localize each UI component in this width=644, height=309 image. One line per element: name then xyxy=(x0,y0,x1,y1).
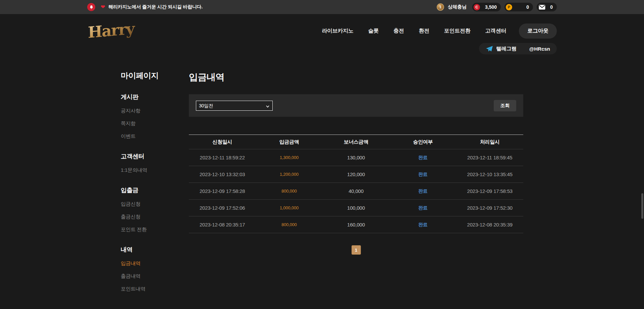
sidebar-item-withdraw-history[interactable]: 출금내역 xyxy=(121,273,189,279)
mail-indicator[interactable]: 0 xyxy=(537,3,557,11)
nav-slots[interactable]: 슬롯 xyxy=(368,28,379,35)
point-icon: P xyxy=(506,4,512,10)
section-title-support: 고객센터 xyxy=(121,152,189,160)
bonus-amount: 130,000 xyxy=(323,149,389,166)
request-date: 2023-12-08 20:35:17 xyxy=(189,216,256,233)
cash-amount: 3,500 xyxy=(483,4,497,10)
section-title-banking: 입출금 xyxy=(121,186,189,194)
telegram-contact[interactable]: 텔레그램 @HRcsn xyxy=(479,43,557,54)
main-nav: 라이브카지노 슬롯 충전 환전 포인트전환 고객센터 로그아웃 xyxy=(322,23,557,39)
status-link[interactable]: 완료 xyxy=(418,155,428,160)
sidebar-item-events[interactable]: 이벤트 xyxy=(121,133,189,140)
sidebar-item-inquiry-history[interactable]: 1:1문의내역 xyxy=(121,167,189,173)
bonus-amount: 120,000 xyxy=(323,166,389,183)
nav-live-casino[interactable]: 라이브카지노 xyxy=(322,28,353,35)
deposit-amount: 800,000 xyxy=(256,216,322,233)
bell-icon[interactable] xyxy=(87,3,95,11)
mail-count: 0 xyxy=(548,4,553,10)
point-amount: 0 xyxy=(515,4,529,10)
processed-date: 2023-12-08 20:35:39 xyxy=(457,216,523,233)
table-row: 2023-12-09 17:58:28 800,000 40,000 완료 20… xyxy=(189,183,523,200)
processed-date: 2023-12-11 18:59:45 xyxy=(457,149,523,166)
deposit-amount: 1,300,000 xyxy=(256,149,322,166)
top-notice-bar: ❤ 해리카지노에서 즐거운 시간 되시길 바랍니다. 1 상체충님 C 3,50… xyxy=(0,0,644,14)
telegram-handle: @HRcsn xyxy=(529,46,550,52)
table-row: 2023-12-10 13:32:03 1,200,000 120,000 완료… xyxy=(189,166,523,183)
logout-button[interactable]: 로그아웃 xyxy=(519,23,557,39)
nav-withdraw[interactable]: 환전 xyxy=(419,28,429,35)
table-row: 2023-12-11 18:59:22 1,300,000 130,000 완료… xyxy=(189,149,523,166)
table-row: 2023-12-08 20:35:17 800,000 160,000 완료 2… xyxy=(189,216,523,233)
table-row: 2023-12-09 17:52:06 1,000,000 100,000 완료… xyxy=(189,200,523,216)
sidebar-section-support: 고객센터 1:1문의내역 xyxy=(121,152,189,173)
table-header-row: 신청일시 입금금액 보너스금액 승인여부 처리일시 xyxy=(189,135,523,149)
section-title-board: 게시판 xyxy=(121,93,189,101)
site-header: Harry 라이브카지노 슬롯 충전 환전 포인트전환 고객센터 로그아웃 텔레… xyxy=(87,14,557,60)
sidebar-item-notices[interactable]: 공지사항 xyxy=(121,108,189,114)
telegram-label: 텔레그램 xyxy=(496,46,517,52)
sidebar-item-point-history[interactable]: 포인트내역 xyxy=(121,286,189,292)
section-title-history: 내역 xyxy=(121,246,189,254)
bonus-amount: 160,000 xyxy=(323,216,389,233)
col-header-bonus: 보너스금액 xyxy=(323,135,389,149)
request-date: 2023-12-09 17:52:06 xyxy=(189,200,256,216)
approval-status: 완료 xyxy=(389,183,456,200)
heart-icon: ❤ xyxy=(101,4,105,10)
sidebar-item-withdraw-request[interactable]: 출금신청 xyxy=(121,214,189,220)
sidebar-item-messages[interactable]: 쪽지함 xyxy=(121,120,189,127)
sidebar-section-board: 게시판 공지사항 쪽지함 이벤트 xyxy=(121,93,189,140)
vertical-scrollbar[interactable] xyxy=(641,193,643,219)
col-header-request-date: 신청일시 xyxy=(189,135,256,149)
processed-date: 2023-12-09 17:58:53 xyxy=(457,183,523,200)
page-button-1[interactable]: 1 xyxy=(352,245,361,255)
nav-deposit[interactable]: 충전 xyxy=(393,28,404,35)
welcome-notice: 해리카지노에서 즐거운 시간 되시길 바랍니다. xyxy=(108,4,203,10)
deposit-history-table: 신청일시 입금금액 보너스금액 승인여부 처리일시 2023-12-11 18:… xyxy=(189,135,523,233)
col-header-status: 승인여부 xyxy=(389,135,456,149)
filter-bar: 30일전 조회 xyxy=(189,94,523,117)
request-date: 2023-12-11 18:59:22 xyxy=(189,149,256,166)
status-link[interactable]: 완료 xyxy=(418,188,428,194)
status-link[interactable]: 완료 xyxy=(418,171,428,177)
request-date: 2023-12-09 17:58:28 xyxy=(189,183,256,200)
processed-date: 2023-12-09 17:52:30 xyxy=(457,200,523,216)
mypage-sidebar: 마이페이지 게시판 공지사항 쪽지함 이벤트 고객센터 1:1문의내역 입출금 … xyxy=(121,70,189,305)
sidebar-item-deposit-request[interactable]: 입금신청 xyxy=(121,201,189,207)
nav-support[interactable]: 고객센터 xyxy=(485,28,506,35)
sidebar-item-deposit-history[interactable]: 입금내역 xyxy=(121,260,189,267)
search-button[interactable]: 조회 xyxy=(494,100,516,111)
period-select[interactable]: 30일전 xyxy=(196,101,273,111)
status-link[interactable]: 완료 xyxy=(418,222,428,227)
bonus-amount: 40,000 xyxy=(323,183,389,200)
approval-status: 완료 xyxy=(389,216,456,233)
sidebar-section-banking: 입출금 입금신청 출금신청 포인트 전환 xyxy=(121,186,189,233)
approval-status: 완료 xyxy=(389,200,456,216)
col-header-processed-date: 처리일시 xyxy=(457,135,523,149)
nav-point-transfer[interactable]: 포인트전환 xyxy=(444,28,471,35)
deposit-amount: 1,200,000 xyxy=(256,166,322,183)
deposit-amount: 800,000 xyxy=(256,183,322,200)
telegram-icon xyxy=(486,46,493,52)
col-header-amount: 입금금액 xyxy=(256,135,322,149)
bonus-amount: 100,000 xyxy=(323,200,389,216)
request-date: 2023-12-10 13:32:03 xyxy=(189,166,256,183)
approval-status: 완료 xyxy=(389,149,456,166)
sidebar-item-point-transfer[interactable]: 포인트 전환 xyxy=(121,226,189,233)
username: 상체충님 xyxy=(448,4,467,10)
cash-icon: C xyxy=(474,4,480,10)
sidebar-section-history: 내역 입금내역 출금내역 포인트내역 xyxy=(121,246,189,292)
envelope-icon xyxy=(539,5,545,10)
page-title: 입금내역 xyxy=(189,71,523,83)
approval-status: 완료 xyxy=(389,166,456,183)
site-logo[interactable]: Harry xyxy=(86,19,136,42)
pagination: 1 xyxy=(189,245,523,255)
processed-date: 2023-12-10 13:35:45 xyxy=(457,166,523,183)
user-level-coin-icon: 1 xyxy=(437,3,444,11)
cash-balance: C 3,500 xyxy=(472,3,501,11)
deposit-amount: 1,000,000 xyxy=(256,200,322,216)
deposit-history-panel: 입금내역 30일전 조회 신청일시 입금금액 보너스금액 xyxy=(189,70,523,305)
status-link[interactable]: 완료 xyxy=(418,205,428,210)
sidebar-title: 마이페이지 xyxy=(121,70,189,81)
point-balance: P 0 xyxy=(504,3,533,11)
